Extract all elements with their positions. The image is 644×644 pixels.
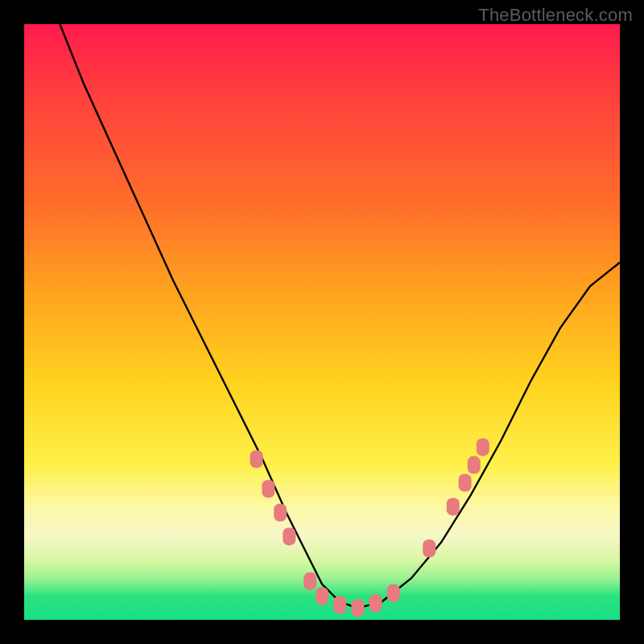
highlight-dot: [459, 474, 472, 492]
highlight-dot: [477, 438, 489, 456]
chart-frame: TheBottleneck.com: [0, 0, 644, 644]
highlight-dot: [283, 527, 295, 545]
highlight-dot: [250, 450, 263, 468]
chart-svg: [24, 24, 620, 620]
bottleneck-curve: [60, 24, 620, 608]
highlight-dot: [351, 599, 364, 617]
highlight-dot: [447, 497, 460, 515]
highlight-dots-group: [250, 438, 489, 617]
highlight-dot: [468, 456, 481, 474]
watermark-text: TheBottleneck.com: [478, 5, 633, 26]
highlight-dot: [333, 597, 346, 614]
highlight-dot: [423, 539, 436, 557]
highlight-dot: [274, 504, 287, 522]
highlight-dot: [303, 572, 316, 590]
highlight-dot: [316, 587, 328, 605]
highlight-dot: [262, 480, 275, 497]
highlight-dot: [387, 584, 400, 602]
highlight-dot: [369, 594, 382, 612]
